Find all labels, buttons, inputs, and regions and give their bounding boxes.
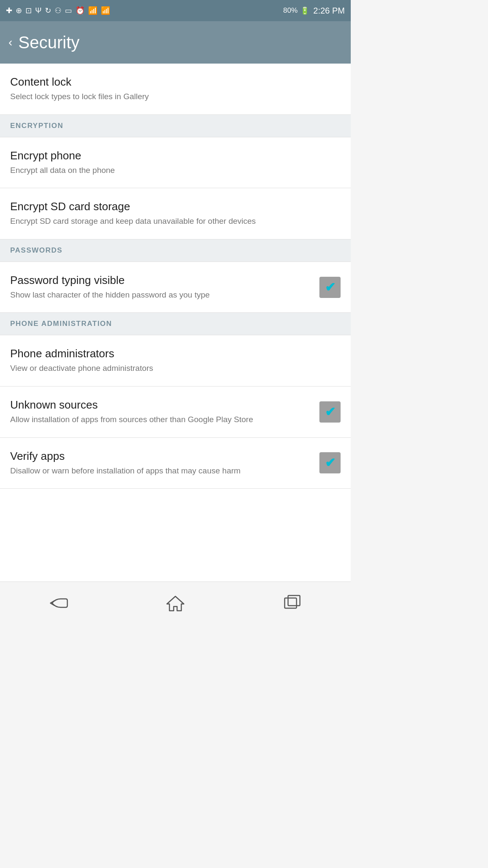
section-header-phone-admin-header: PHONE ADMINISTRATION [0,313,351,335]
battery-percent: 80% [283,6,297,15]
setting-item-encrypt-sd[interactable]: Encrypt SD card storage Encrypt SD card … [0,188,351,239]
back-button[interactable]: ‹ [8,36,12,48]
setting-text-unknown-sources: Unknown sources Allow installation of ap… [10,398,313,426]
setting-title-phone-administrators: Phone administrators [10,347,341,360]
settings-content: Content lock Select lock types to lock f… [0,64,351,581]
back-nav-icon [48,596,69,610]
usb-icon: Ψ [35,6,42,15]
phone-icon: ▭ [65,6,72,15]
back-nav-button[interactable] [42,590,75,616]
section-header-label: PASSWORDS [10,246,63,254]
recents-nav-icon [283,595,302,612]
checkbox-password-typing[interactable]: ✔ [319,277,341,298]
svg-marker-0 [167,596,184,611]
section-header-label: ENCRYPTION [10,122,64,130]
signal-icon: 📶 [101,6,110,15]
wifi-signal-icon: ⊕ [16,6,22,15]
status-bar-left: ✚ ⊕ ⊡ Ψ ↻ ⚇ ▭ ⏰ 📶 📶 [6,6,110,15]
setting-title-content-lock: Content lock [10,75,341,89]
setting-item-encrypt-phone[interactable]: Encrypt phone Encrypt all data on the ph… [0,137,351,189]
setting-desc-unknown-sources: Allow installation of apps from sources … [10,414,313,426]
image-icon: ⊡ [25,6,32,15]
page-title: Security [18,33,80,52]
bottom-nav [0,581,351,624]
setting-text-encrypt-phone: Encrypt phone Encrypt all data on the ph… [10,149,341,176]
setting-desc-content-lock: Select lock types to lock files in Galle… [10,91,341,103]
add-icon: ✚ [6,6,12,15]
time-display: 2:26 PM [313,6,345,16]
setting-desc-password-typing: Show last character of the hidden passwo… [10,289,313,301]
status-bar-right: 80% 🔋 2:26 PM [283,6,345,16]
section-header-encryption-header: ENCRYPTION [0,115,351,137]
setting-title-verify-apps: Verify apps [10,450,313,463]
refresh-icon: ↻ [45,6,51,15]
checkbox-verify-apps[interactable]: ✔ [319,452,341,473]
setting-item-unknown-sources[interactable]: Unknown sources Allow installation of ap… [0,387,351,438]
setting-text-verify-apps: Verify apps Disallow or warn before inst… [10,450,313,477]
checkmark-icon: ✔ [325,406,336,418]
bluetooth-icon: ⚇ [55,6,61,15]
setting-title-encrypt-phone: Encrypt phone [10,149,341,162]
checkmark-icon: ✔ [325,456,336,469]
setting-title-unknown-sources: Unknown sources [10,398,313,412]
home-nav-icon [166,595,185,612]
setting-item-verify-apps[interactable]: Verify apps Disallow or warn before inst… [0,438,351,489]
wifi-icon: 📶 [88,6,97,15]
setting-title-password-typing: Password typing visible [10,274,313,287]
checkbox-unknown-sources[interactable]: ✔ [319,401,341,423]
setting-text-password-typing: Password typing visible Show last charac… [10,274,313,301]
section-header-label: PHONE ADMINISTRATION [10,320,112,328]
recents-nav-button[interactable] [275,590,309,616]
setting-desc-verify-apps: Disallow or warn before installation of … [10,465,313,477]
svg-rect-1 [285,598,297,608]
setting-desc-phone-administrators: View or deactivate phone administrators [10,363,341,374]
setting-text-encrypt-sd: Encrypt SD card storage Encrypt SD card … [10,200,341,227]
home-nav-button[interactable] [158,590,192,616]
alarm-icon: ⏰ [75,6,85,15]
top-bar: ‹ Security [0,21,351,64]
section-header-passwords-header: PASSWORDS [0,239,351,262]
setting-item-phone-administrators[interactable]: Phone administrators View or deactivate … [0,335,351,387]
checkmark-icon: ✔ [325,281,336,294]
setting-desc-encrypt-sd: Encrypt SD card storage and keep data un… [10,216,341,227]
setting-item-content-lock[interactable]: Content lock Select lock types to lock f… [0,64,351,115]
setting-item-password-typing[interactable]: Password typing visible Show last charac… [0,262,351,313]
status-bar: ✚ ⊕ ⊡ Ψ ↻ ⚇ ▭ ⏰ 📶 📶 80% 🔋 2:26 PM [0,0,351,21]
battery-icon: 🔋 [300,6,309,15]
setting-text-phone-administrators: Phone administrators View or deactivate … [10,347,341,374]
setting-title-encrypt-sd: Encrypt SD card storage [10,200,341,213]
setting-text-content-lock: Content lock Select lock types to lock f… [10,75,341,103]
svg-rect-2 [288,595,300,606]
setting-desc-encrypt-phone: Encrypt all data on the phone [10,165,341,176]
